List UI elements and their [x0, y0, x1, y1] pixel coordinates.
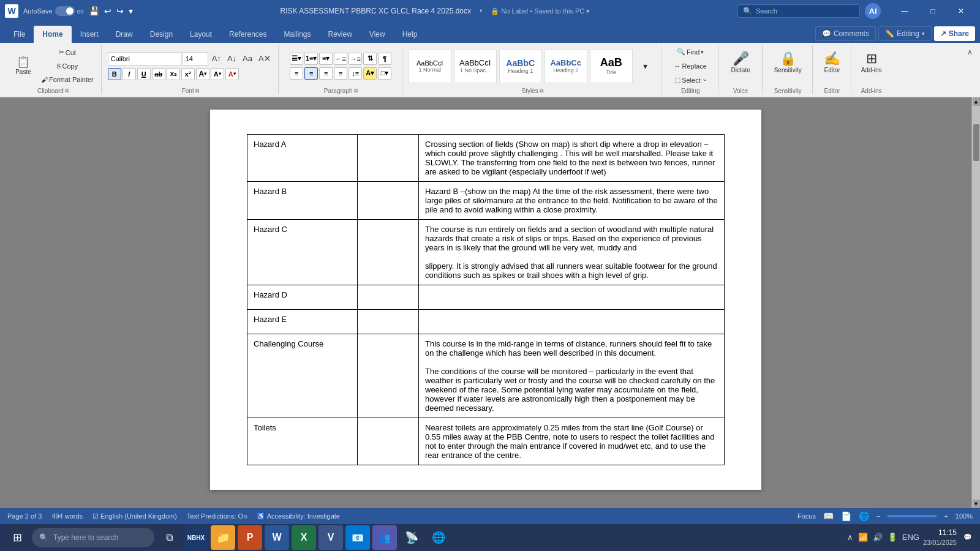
dictate-button[interactable]: 🎤 Dictate — [727, 45, 754, 80]
vertical-scrollbar[interactable]: ▲ ▼ — [971, 97, 980, 508]
strikethrough-button[interactable]: ab — [152, 68, 165, 80]
editing-button[interactable]: ✏️ Editing ▾ — [878, 26, 932, 41]
minimize-button[interactable]: — — [891, 0, 919, 22]
editor-button[interactable]: ✍ Editor — [819, 45, 846, 80]
styles-more-button[interactable]: ▾ — [635, 60, 657, 72]
shading-button[interactable]: A▾ — [363, 67, 377, 80]
styles-expand-icon[interactable]: ⧉ — [540, 88, 543, 94]
sensitivity-button[interactable]: 🔒 Sensitivity — [771, 45, 805, 80]
align-left-button[interactable]: ≡ — [290, 67, 303, 80]
clock[interactable]: 11:15 23/01/2025 — [923, 528, 957, 547]
tab-draw[interactable]: Draw — [107, 26, 141, 43]
line-spacing-button[interactable]: ↕≡ — [349, 67, 362, 80]
zoom-slider[interactable] — [888, 515, 937, 517]
scroll-thumb[interactable] — [973, 124, 979, 161]
print-layout-button[interactable]: 📄 — [841, 511, 851, 521]
tab-references[interactable]: References — [221, 26, 275, 43]
tab-mailings[interactable]: Mailings — [275, 26, 319, 43]
underline-button[interactable]: U — [137, 68, 151, 80]
focus-button[interactable]: Focus — [797, 512, 816, 520]
tab-review[interactable]: Review — [320, 26, 361, 43]
style-title[interactable]: AaB Title — [590, 49, 633, 83]
copy-button[interactable]: ⎘ Copy — [39, 60, 96, 72]
style-normal[interactable]: AaBbCcI 1 Normal — [409, 49, 451, 83]
volume-icon[interactable]: 🔊 — [873, 533, 883, 542]
decrease-indent-button[interactable]: ←≡ — [334, 53, 347, 65]
font-name-select[interactable] — [108, 52, 181, 66]
justify-button[interactable]: ≡ — [334, 67, 347, 80]
decrease-font-button[interactable]: A↓ — [225, 53, 239, 65]
task-view-button[interactable]: ⧉ — [157, 526, 181, 549]
scroll-up-button[interactable]: ▲ — [973, 97, 980, 106]
autosave-toggle[interactable] — [55, 6, 75, 16]
taskbar-search[interactable]: 🔍 Type here to search — [32, 528, 154, 547]
font-expand-icon[interactable]: ⧉ — [195, 88, 199, 94]
scroll-down-button[interactable]: ▼ — [973, 500, 980, 508]
superscript-button[interactable]: x² — [181, 68, 195, 80]
tab-home[interactable]: Home — [34, 26, 71, 43]
start-button[interactable]: ⊞ — [5, 526, 29, 549]
web-layout-button[interactable]: 🌐 — [859, 511, 869, 521]
title-search-box[interactable]: 🔍 Search — [737, 4, 860, 18]
align-center-button[interactable]: ≡ — [304, 67, 318, 80]
save-icon[interactable]: 💾 — [89, 6, 99, 16]
language-tray[interactable]: ENG — [902, 533, 919, 542]
tab-design[interactable]: Design — [141, 26, 181, 43]
taskbar-app-wifi[interactable]: 📡 — [399, 525, 424, 550]
network-icon[interactable]: 📶 — [858, 533, 868, 542]
style-no-spacing[interactable]: AaBbCcI 1 No Spac... — [454, 49, 497, 83]
more-icon[interactable]: ▾ — [129, 6, 133, 16]
tray-arrow-icon[interactable]: ∧ — [847, 533, 853, 542]
font-size-select[interactable] — [183, 52, 208, 66]
subscript-button[interactable]: x₂ — [167, 68, 180, 80]
style-heading2[interactable]: AaBbCc Heading 2 — [545, 49, 587, 83]
tab-file[interactable]: File — [5, 26, 34, 43]
notifications-button[interactable]: 💬 — [960, 530, 975, 545]
text-color-button[interactable]: A ▾ — [196, 68, 209, 80]
borders-button[interactable]: □▾ — [378, 67, 391, 80]
italic-button[interactable]: I — [123, 68, 136, 80]
taskbar-app-outlook[interactable]: 📧 — [345, 525, 370, 550]
clipboard-expand-icon[interactable]: ⧉ — [65, 88, 69, 94]
tab-help[interactable]: Help — [394, 26, 426, 43]
zoom-in-button[interactable]: + — [944, 512, 948, 520]
collapse-ribbon-button[interactable]: ∧ — [965, 45, 975, 59]
change-case-button[interactable]: Aa — [240, 53, 255, 65]
bold-button[interactable]: B — [108, 68, 121, 80]
taskbar-app-excel[interactable]: X — [292, 525, 316, 550]
taskbar-app-nbhx[interactable]: NBHX — [184, 525, 208, 550]
paragraph-expand-icon[interactable]: ⧉ — [354, 88, 358, 94]
numbering-button[interactable]: 1≡▾ — [304, 53, 318, 65]
replace-button[interactable]: ↔ Replace — [671, 60, 709, 72]
taskbar-app-powerpoint[interactable]: P — [238, 525, 262, 550]
select-button[interactable]: ⬚ Select ~ — [671, 74, 709, 86]
zoom-out-button[interactable]: − — [876, 512, 880, 520]
close-button[interactable]: ✕ — [947, 0, 975, 22]
taskbar-app-visio[interactable]: V — [318, 525, 343, 550]
clear-format-button[interactable]: A✕ — [256, 53, 273, 65]
share-button[interactable]: ↗ Share — [934, 26, 975, 41]
style-heading1[interactable]: AaBbC Heading 1 — [499, 49, 542, 83]
increase-indent-button[interactable]: →≡ — [349, 53, 362, 65]
redo-icon[interactable]: ↪ — [116, 6, 124, 16]
comments-button[interactable]: 💬 Comments — [815, 26, 876, 41]
taskbar-app-explorer[interactable]: 📁 — [211, 525, 235, 550]
taskbar-app-browser[interactable]: 🌐 — [426, 525, 451, 550]
tab-layout[interactable]: Layout — [181, 26, 221, 43]
cut-button[interactable]: ✂ Cut — [39, 47, 96, 59]
ai-avatar[interactable]: AI — [865, 3, 881, 19]
find-button[interactable]: 🔍 Find ▾ — [671, 46, 709, 58]
show-formatting-button[interactable]: ¶ — [378, 53, 391, 65]
read-mode-button[interactable]: 📖 — [823, 511, 834, 521]
taskbar-app-teams[interactable]: 👥 — [372, 525, 397, 550]
align-right-button[interactable]: ≡ — [319, 67, 333, 80]
tab-view[interactable]: View — [361, 26, 394, 43]
undo-icon[interactable]: ↩ — [104, 6, 111, 16]
paste-button[interactable]: 📋 Paste — [10, 49, 37, 83]
font-color2-button[interactable]: A ▾ — [225, 68, 239, 80]
format-painter-button[interactable]: 🖌 Format Painter — [39, 73, 96, 86]
increase-font-button[interactable]: A↑ — [209, 53, 224, 65]
bullets-button[interactable]: ☰▾ — [290, 53, 303, 65]
taskbar-app-word[interactable]: W — [265, 525, 289, 550]
maximize-button[interactable]: □ — [919, 0, 947, 22]
